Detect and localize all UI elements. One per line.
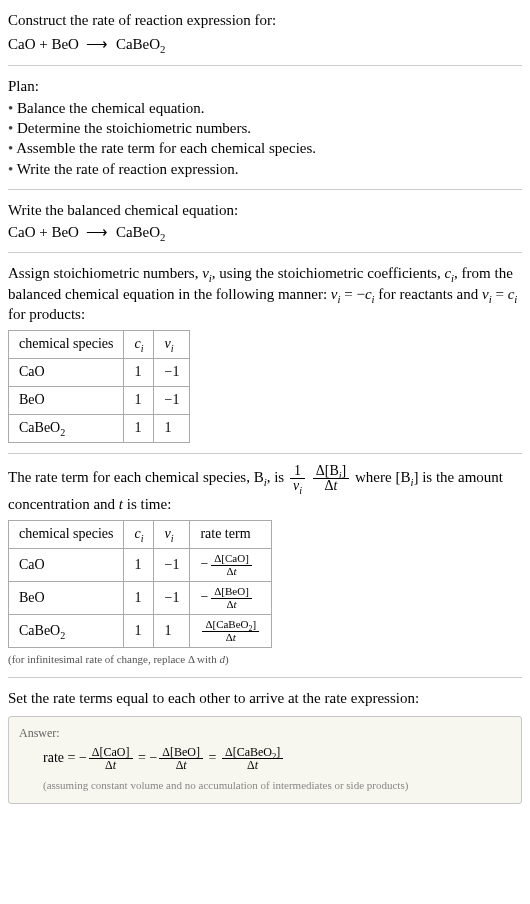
frac-num: 1 — [290, 464, 305, 480]
rateterm-frac1: 1 νi — [290, 464, 305, 494]
answer-box: Answer: rate = −Δ[CaO]Δt = −Δ[BeO]Δt = Δ… — [8, 716, 522, 803]
table-row: BeO 1 −1 — [9, 386, 190, 414]
plan-bullets: Balance the chemical equation.Determine … — [8, 98, 522, 179]
cell-ci: 1 — [124, 414, 154, 442]
cell-species: CaO — [9, 549, 124, 582]
col-species: chemical species — [9, 331, 124, 359]
stoich-table: chemical species ci νi CaO 1 −1 BeO 1 −1… — [8, 330, 190, 443]
rateterm-rows: CaO 1 −1 −Δ[CaO]Δt BeO 1 −1 −Δ[BeO]Δt Ca… — [9, 549, 272, 648]
table-row: CaBeO2 1 1 — [9, 414, 190, 442]
prompt-equation: CaO + BeO ⟶ CaBeO2 — [8, 34, 522, 54]
cell-rate: Δ[CaBeO2]Δt — [190, 615, 272, 648]
frac-den: νi — [290, 479, 305, 494]
cell-ci: 1 — [124, 615, 154, 648]
plan-title: Plan: — [8, 76, 522, 96]
stoich-rows: CaO 1 −1 BeO 1 −1 CaBeO2 1 1 — [9, 358, 190, 442]
balanced-equation: CaO + BeO ⟶ CaBeO2 — [8, 222, 522, 242]
answer-label: Answer: — [19, 725, 511, 741]
stoich-intro: Assign stoichiometric numbers, νi, using… — [8, 263, 522, 324]
cell-ci: 1 — [124, 582, 154, 615]
plan-item: Balance the chemical equation. — [8, 98, 522, 118]
col-species: chemical species — [9, 521, 124, 549]
cell-ci: 1 — [124, 358, 154, 386]
cell-species: CaO — [9, 358, 124, 386]
plan-item: Write the rate of reaction expression. — [8, 159, 522, 179]
cell-ci: 1 — [124, 386, 154, 414]
cell-vi: −1 — [154, 358, 190, 386]
table-row: BeO 1 −1 −Δ[BeO]Δt — [9, 582, 272, 615]
cell-rate: −Δ[CaO]Δt — [190, 549, 272, 582]
final-intro: Set the rate terms equal to each other t… — [8, 688, 522, 708]
rateterm-table: chemical species ci νi rate term CaO 1 −… — [8, 520, 272, 648]
plan-item: Assemble the rate term for each chemical… — [8, 138, 522, 158]
cell-rate: −Δ[BeO]Δt — [190, 582, 272, 615]
balanced-section: Write the balanced chemical equation: Ca… — [8, 200, 522, 254]
prompt-section: Construct the rate of reaction expressio… — [8, 10, 522, 66]
final-section: Set the rate terms equal to each other t… — [8, 688, 522, 803]
col-vi: νi — [154, 331, 190, 359]
cell-species: CaBeO2 — [9, 414, 124, 442]
frac-den: Δt — [313, 479, 350, 494]
col-vi: νi — [154, 521, 190, 549]
frac-num: Δ[Bi] — [313, 464, 350, 480]
answer-expression: rate = −Δ[CaO]Δt = −Δ[BeO]Δt = Δ[CaBeO2]… — [19, 746, 511, 772]
cell-vi: −1 — [154, 549, 190, 582]
cell-species: BeO — [9, 386, 124, 414]
rateterm-intro: The rate term for each chemical species,… — [8, 464, 522, 515]
rateterm-intro-pre: The rate term for each chemical species,… — [8, 469, 288, 485]
stoich-section: Assign stoichiometric numbers, νi, using… — [8, 263, 522, 453]
balanced-intro: Write the balanced chemical equation: — [8, 200, 522, 220]
col-ci: ci — [124, 521, 154, 549]
col-ci: ci — [124, 331, 154, 359]
plan-section: Plan: Balance the chemical equation.Dete… — [8, 76, 522, 190]
rateterm-frac2: Δ[Bi] Δt — [313, 464, 350, 494]
table-header-row: chemical species ci νi rate term — [9, 521, 272, 549]
cell-ci: 1 — [124, 549, 154, 582]
rateterm-section: The rate term for each chemical species,… — [8, 464, 522, 679]
cell-vi: −1 — [154, 386, 190, 414]
answer-terms: −Δ[CaO]Δt = −Δ[BeO]Δt = Δ[CaBeO2]Δt — [79, 750, 285, 765]
answer-prefix: rate = — [43, 750, 79, 765]
col-rate: rate term — [190, 521, 272, 549]
table-header-row: chemical species ci νi — [9, 331, 190, 359]
table-row: CaO 1 −1 −Δ[CaO]Δt — [9, 549, 272, 582]
cell-vi: −1 — [154, 582, 190, 615]
cell-species: CaBeO2 — [9, 615, 124, 648]
table-row: CaO 1 −1 — [9, 358, 190, 386]
rateterm-footnote: (for infinitesimal rate of change, repla… — [8, 652, 522, 667]
cell-species: BeO — [9, 582, 124, 615]
answer-assumption: (assuming constant volume and no accumul… — [19, 778, 511, 793]
prompt-text: Construct the rate of reaction expressio… — [8, 10, 522, 30]
cell-vi: 1 — [154, 414, 190, 442]
cell-vi: 1 — [154, 615, 190, 648]
table-row: CaBeO2 1 1 Δ[CaBeO2]Δt — [9, 615, 272, 648]
plan-item: Determine the stoichiometric numbers. — [8, 118, 522, 138]
